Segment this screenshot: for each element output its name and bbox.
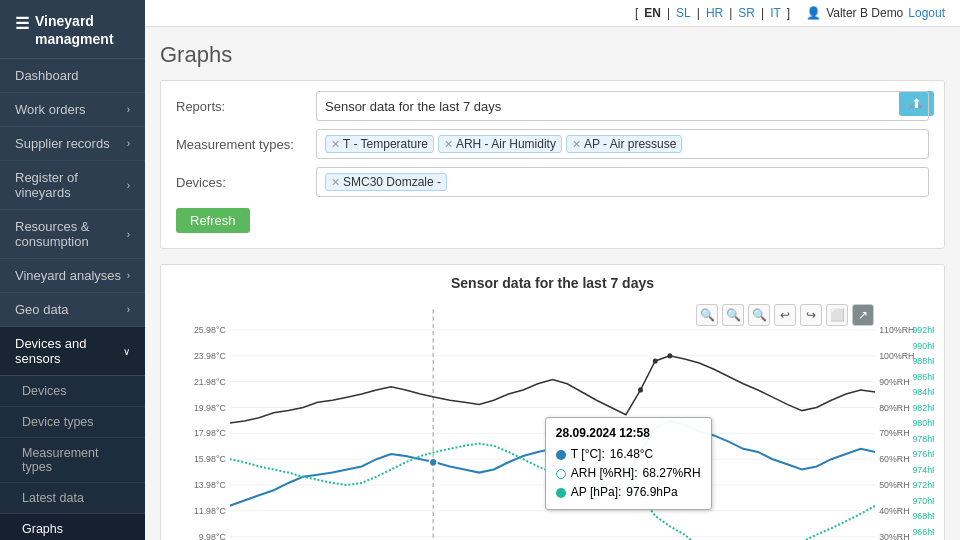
sidebar-item-dashboard[interactable]: Dashboard — [0, 59, 145, 93]
tag-arh[interactable]: ✕ ARH - Air Humidity — [438, 135, 562, 153]
svg-text:990hPa: 990hPa — [912, 340, 934, 350]
sidebar-item-work-orders[interactable]: Work orders › — [0, 93, 145, 127]
select-icon[interactable]: ⬜ — [826, 304, 848, 326]
reports-row: Reports: Sensor data for the last 7 days… — [176, 91, 929, 121]
sidebar-item-geo-data[interactable]: Geo data › — [0, 293, 145, 327]
svg-text:974hPa: 974hPa — [912, 464, 934, 474]
lang-bracket-close: ] — [787, 6, 790, 20]
zoom-reset-icon[interactable]: 🔍 — [748, 304, 770, 326]
hamburger-icon[interactable]: ☰ — [15, 14, 29, 35]
sidebar-subitem-graphs[interactable]: Graphs — [0, 514, 145, 540]
reports-label: Reports: — [176, 99, 316, 114]
pan-right-icon[interactable]: ↪ — [800, 304, 822, 326]
sidebar-subitem-device-types[interactable]: Device types — [0, 407, 145, 438]
zoom-out-icon[interactable]: 🔍 — [722, 304, 744, 326]
svg-text:17.98°C: 17.98°C — [194, 428, 226, 438]
chevron-right-icon: › — [127, 138, 130, 149]
sidebar-subitem-latest-data[interactable]: Latest data — [0, 483, 145, 514]
svg-text:9.98°C: 9.98°C — [199, 532, 226, 540]
svg-text:80%RH: 80%RH — [879, 402, 909, 412]
username: Valter B Demo — [826, 6, 903, 20]
chevron-right-icon: › — [127, 180, 130, 191]
devices-row: Devices: ✕ SMC30 Domzale - — [176, 167, 929, 197]
logout-link[interactable]: Logout — [908, 6, 945, 20]
sidebar-header: ☰ Vineyard managment — [0, 0, 145, 59]
svg-text:978hPa: 978hPa — [912, 433, 934, 443]
svg-text:966hPa: 966hPa — [912, 526, 934, 536]
lang-en[interactable]: EN — [644, 6, 661, 20]
main-area: [ EN | SL | HR | SR | IT ] 👤 Valter B De… — [145, 0, 960, 540]
chart-svg: 25.98°C 23.98°C 21.98°C 19.98°C 17.98°C … — [171, 299, 934, 540]
tag-remove-temperature[interactable]: ✕ — [331, 138, 340, 151]
lang-hr[interactable]: HR — [706, 6, 723, 20]
svg-rect-0 — [230, 304, 876, 540]
svg-text:980hPa: 980hPa — [912, 418, 934, 428]
svg-point-63 — [638, 387, 643, 392]
chevron-right-icon: › — [127, 304, 130, 315]
pan-left-icon[interactable]: ↩ — [774, 304, 796, 326]
svg-text:986hPa: 986hPa — [912, 371, 934, 381]
tag-ap[interactable]: ✕ AP - Air pressuse — [566, 135, 682, 153]
fullscreen-icon[interactable]: ↗ — [852, 304, 874, 326]
sidebar: ☰ Vineyard managment Dashboard Work orde… — [0, 0, 145, 540]
sidebar-subitem-devices[interactable]: Devices — [0, 376, 145, 407]
svg-point-65 — [667, 353, 672, 358]
svg-text:50%RH: 50%RH — [879, 480, 909, 490]
sidebar-item-vineyard-analyses[interactable]: Vineyard analyses › — [0, 259, 145, 293]
lang-sl[interactable]: SL — [676, 6, 691, 20]
select-clear-icon[interactable]: ✕ ▾ — [907, 101, 923, 112]
sidebar-item-register-vineyards[interactable]: Register of vineyards › — [0, 161, 145, 210]
svg-text:976hPa: 976hPa — [912, 449, 934, 459]
svg-text:70%RH: 70%RH — [879, 428, 909, 438]
svg-text:970hPa: 970hPa — [912, 495, 934, 505]
chart-title: Sensor data for the last 7 days — [171, 275, 934, 291]
sidebar-item-devices-sensors[interactable]: Devices and sensors ∨ — [0, 327, 145, 376]
refresh-button[interactable]: Refresh — [176, 208, 250, 233]
sidebar-item-supplier-records[interactable]: Supplier records › — [0, 127, 145, 161]
svg-text:992hPa: 992hPa — [912, 325, 934, 335]
tag-remove-ap[interactable]: ✕ — [572, 138, 581, 151]
svg-text:30%RH: 30%RH — [879, 532, 909, 540]
measurement-types-label: Measurement types: — [176, 137, 316, 152]
chevron-down-icon: ∨ — [123, 346, 130, 357]
reports-select[interactable]: Sensor data for the last 7 days ✕ ▾ — [316, 91, 929, 121]
page-title: Graphs — [160, 42, 945, 68]
devices-label: Devices: — [176, 175, 316, 190]
svg-text:15.98°C: 15.98°C — [194, 454, 226, 464]
svg-point-64 — [653, 358, 658, 363]
svg-text:23.98°C: 23.98°C — [194, 351, 226, 361]
svg-text:19.98°C: 19.98°C — [194, 402, 226, 412]
tag-temperature[interactable]: ✕ T - Temperature — [325, 135, 434, 153]
lang-sr[interactable]: SR — [738, 6, 755, 20]
user-info: 👤 Valter B Demo Logout — [806, 6, 945, 20]
topbar: [ EN | SL | HR | SR | IT ] 👤 Valter B De… — [145, 0, 960, 27]
reports-value: Sensor data for the last 7 days — [325, 99, 501, 114]
svg-text:982hPa: 982hPa — [912, 402, 934, 412]
sidebar-item-resources-consumption[interactable]: Resources & consumption › — [0, 210, 145, 259]
chevron-right-icon: › — [127, 229, 130, 240]
chart-panel: Sensor data for the last 7 days 🔍 🔍 🔍 ↩ … — [160, 264, 945, 540]
svg-text:110%RH: 110%RH — [879, 325, 914, 335]
devices-select[interactable]: ✕ SMC30 Domzale - — [316, 167, 929, 197]
svg-text:984hPa: 984hPa — [912, 387, 934, 397]
zoom-in-icon[interactable]: 🔍 — [696, 304, 718, 326]
sidebar-subitem-measurement-types[interactable]: Measurement types — [0, 438, 145, 483]
svg-text:11.98°C: 11.98°C — [194, 506, 226, 516]
tag-remove-smc30[interactable]: ✕ — [331, 176, 340, 189]
svg-text:21.98°C: 21.98°C — [194, 377, 226, 387]
measurement-types-row: Measurement types: ✕ T - Temperature ✕ A… — [176, 129, 929, 159]
reports-form-panel: ⬆ Reports: Sensor data for the last 7 da… — [160, 80, 945, 249]
lang-it[interactable]: IT — [770, 6, 781, 20]
svg-text:100%RH: 100%RH — [879, 351, 914, 361]
svg-text:25.98°C: 25.98°C — [194, 325, 226, 335]
svg-point-66 — [429, 458, 437, 466]
svg-text:13.98°C: 13.98°C — [194, 480, 226, 490]
svg-text:60%RH: 60%RH — [879, 454, 909, 464]
svg-text:40%RH: 40%RH — [879, 506, 909, 516]
svg-text:968hPa: 968hPa — [912, 511, 934, 521]
measurement-types-select[interactable]: ✕ T - Temperature ✕ ARH - Air Humidity ✕… — [316, 129, 929, 159]
tag-remove-arh[interactable]: ✕ — [444, 138, 453, 151]
svg-text:988hPa: 988hPa — [912, 356, 934, 366]
chart-toolbar: 🔍 🔍 🔍 ↩ ↪ ⬜ ↗ — [696, 304, 874, 326]
tag-smc30[interactable]: ✕ SMC30 Domzale - — [325, 173, 447, 191]
